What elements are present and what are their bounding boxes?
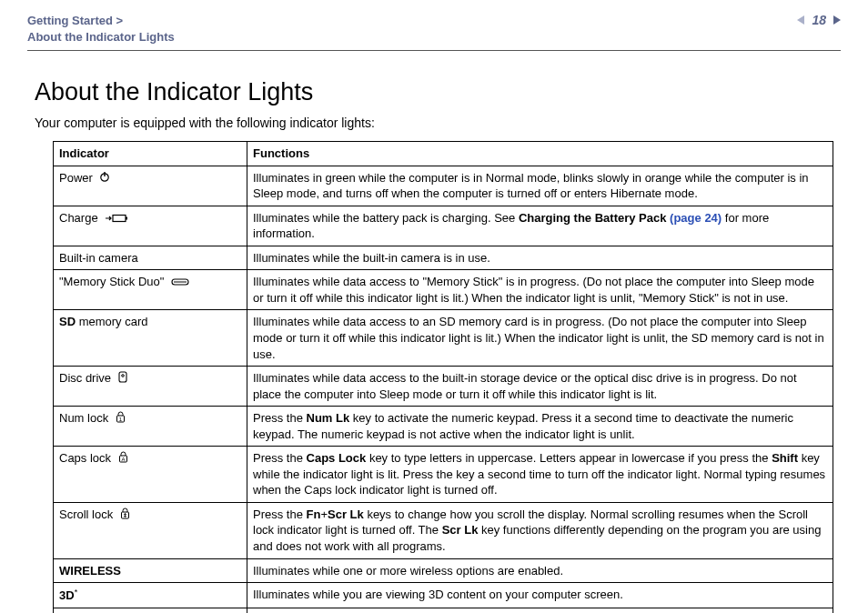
- table-row: Power Illuminates in green while the com…: [54, 166, 833, 206]
- table-row: "Memory Stick Duo" Illuminates while dat…: [54, 270, 833, 310]
- col-functions: Functions: [247, 142, 833, 166]
- function-numlock: Press the Num Lk key to activate the num…: [247, 407, 833, 447]
- indicator-wireless: WIRELESS: [54, 558, 247, 583]
- indicator-table: Indicator Functions Power Illuminates in…: [53, 141, 833, 613]
- breadcrumb-section: Getting Started >: [27, 14, 123, 27]
- memorystick-icon: [171, 275, 191, 291]
- breadcrumb-page: About the Indicator Lights: [27, 30, 175, 44]
- numlock-icon: 1: [116, 411, 126, 427]
- svg-rect-3: [126, 216, 127, 219]
- table-row: SD memory card Illuminates while data ac…: [54, 310, 833, 367]
- indicator-sd: SD memory card: [54, 310, 247, 367]
- function-3d: Illuminates while you are viewing 3D con…: [247, 583, 833, 608]
- function-disc: Illuminates while data access to the bui…: [247, 367, 833, 407]
- indicator-disc: Disc drive: [54, 367, 247, 407]
- table-row: 3D* Illuminates while you are viewing 3D…: [54, 583, 833, 608]
- next-page-icon[interactable]: [833, 15, 841, 25]
- function-camera: Illuminates while the built-in camera is…: [247, 246, 833, 270]
- power-icon: [99, 170, 110, 186]
- function-sd: Illuminates while data access to an SD m…: [247, 310, 833, 367]
- indicator-3d: 3D*: [54, 583, 247, 608]
- table-row: Charge Illuminates while the battery pac…: [54, 206, 833, 246]
- intro-text: Your computer is equipped with the follo…: [35, 116, 841, 130]
- table-row: WIRELESS Illuminates while one or more w…: [54, 558, 833, 583]
- function-charge: Illuminates while the battery pack is ch…: [247, 206, 833, 246]
- page-navigation: 18: [797, 13, 841, 27]
- indicator-numlock: Num lock 1: [54, 407, 247, 447]
- function-power: Illuminates in green while the computer …: [247, 166, 833, 206]
- indicator-camera: Built-in camera: [54, 246, 247, 270]
- prev-page-icon[interactable]: [797, 15, 804, 25]
- svg-rect-2: [113, 215, 126, 221]
- table-row: Disc drive Illuminates while data access…: [54, 367, 833, 407]
- charge-icon: [105, 211, 130, 227]
- svg-text:1: 1: [119, 417, 123, 422]
- disc-drive-icon: [118, 371, 127, 387]
- indicator-touch: Touch sensor: [54, 608, 247, 614]
- indicator-memorystick: "Memory Stick Duo": [54, 270, 247, 310]
- table-row: Caps lock A Press the Caps Lock key to t…: [54, 447, 833, 503]
- table-row: Num lock 1 Press the Num Lk key to activ…: [54, 407, 833, 447]
- table-row: Built-in camera Illuminates while the bu…: [54, 246, 833, 270]
- table-row: Scroll lock Press the Fn+Scr Lk keys to …: [54, 502, 833, 558]
- function-scrolllock: Press the Fn+Scr Lk keys to change how y…: [247, 502, 833, 558]
- page-number: 18: [812, 13, 826, 27]
- col-indicator: Indicator: [54, 142, 247, 166]
- function-memorystick: Illuminates while data access to "Memory…: [247, 270, 833, 310]
- indicator-power: Power: [54, 166, 247, 206]
- indicator-charge: Charge: [54, 206, 247, 246]
- table-row: Touch sensor The corresponding touch sen…: [54, 608, 833, 614]
- breadcrumb: Getting Started > About the Indicator Li…: [27, 13, 175, 45]
- function-wireless: Illuminates while one or more wireless o…: [247, 558, 833, 583]
- function-touch: The corresponding touch sensor indicator…: [247, 608, 833, 614]
- table-header-row: Indicator Functions: [54, 142, 833, 166]
- scrolllock-icon: [120, 507, 130, 524]
- header-row: Getting Started > About the Indicator Li…: [27, 13, 841, 51]
- function-capslock: Press the Caps Lock key to type letters …: [247, 447, 833, 503]
- svg-text:A: A: [121, 457, 125, 462]
- svg-point-7: [121, 375, 124, 377]
- indicator-scrolllock: Scroll lock: [54, 502, 247, 558]
- capslock-icon: A: [118, 451, 128, 467]
- page-title: About the Indicator Lights: [35, 78, 841, 106]
- link-page-24[interactable]: (page 24): [670, 211, 722, 225]
- indicator-capslock: Caps lock A: [54, 447, 247, 503]
